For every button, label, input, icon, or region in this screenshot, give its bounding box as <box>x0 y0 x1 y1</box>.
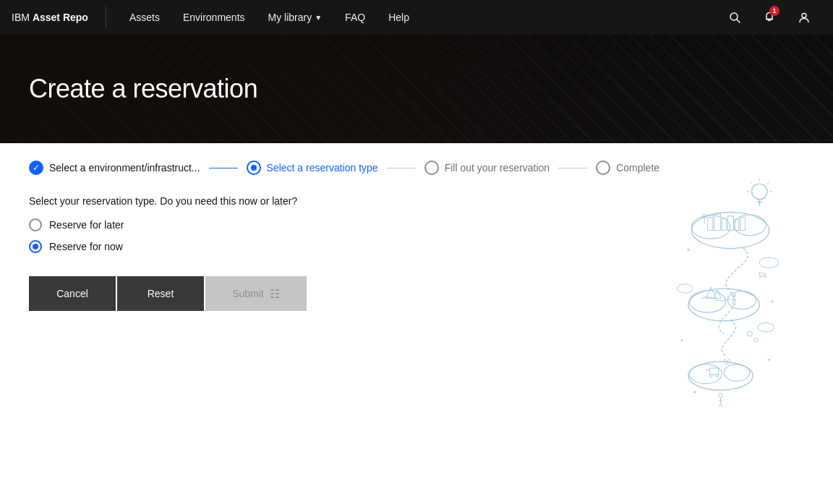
decorative-illustration <box>651 172 810 418</box>
svg-point-40 <box>724 364 750 381</box>
svg-rect-41 <box>709 368 719 375</box>
svg-rect-19 <box>735 219 738 230</box>
svg-point-25 <box>688 289 759 321</box>
main-content: ✓ Select a environment/infrastruct... Se… <box>0 143 833 504</box>
user-icon <box>798 12 810 23</box>
svg-point-47 <box>681 339 683 341</box>
svg-line-58 <box>721 403 723 406</box>
svg-point-52 <box>758 323 774 332</box>
step-3-circle <box>424 161 439 175</box>
nav-links: Assets Environments My library ▼ FAQ Hel… <box>118 0 717 35</box>
svg-point-36 <box>747 331 752 336</box>
step-2[interactable]: Select a reservation type <box>238 161 387 175</box>
svg-point-50 <box>759 257 779 268</box>
svg-line-9 <box>750 181 752 184</box>
svg-point-49 <box>693 391 696 393</box>
option-now[interactable]: Reserve for now <box>29 240 593 253</box>
brand-logo[interactable]: IBM Asset Repo <box>12 12 106 23</box>
step-1-circle: ✓ <box>29 161 43 175</box>
navbar: IBM Asset Repo Assets Environments My li… <box>0 0 833 35</box>
svg-point-3 <box>802 14 806 18</box>
radio-later[interactable] <box>29 218 42 231</box>
step-connector-1 <box>209 168 238 168</box>
svg-point-39 <box>690 364 722 384</box>
user-profile-button[interactable] <box>787 0 821 35</box>
navbar-icons: 1 <box>717 0 821 35</box>
svg-point-53 <box>719 393 722 397</box>
check-icon: ✓ <box>33 163 40 172</box>
svg-point-4 <box>752 184 767 199</box>
nav-help[interactable]: Help <box>377 0 421 35</box>
svg-point-45 <box>688 249 690 251</box>
cancel-button[interactable]: Cancel <box>29 276 116 311</box>
svg-rect-18 <box>727 216 733 231</box>
svg-point-48 <box>768 359 770 361</box>
nav-faq[interactable]: FAQ <box>333 0 377 35</box>
ibm-text: IBM <box>12 12 30 23</box>
stepper: ✓ Select a environment/infrastruct... Se… <box>29 161 593 175</box>
action-buttons: Cancel Reset Submit ☷ <box>29 276 593 311</box>
svg-point-14 <box>733 215 766 236</box>
step-connector-2 <box>387 168 416 168</box>
step-3-label: Fill out your reservation <box>445 162 550 174</box>
nav-assets[interactable]: Assets <box>118 0 171 35</box>
form-area: ✓ Select a environment/infrastruct... Se… <box>0 143 622 504</box>
hero-title: Create a reservation <box>0 74 286 104</box>
svg-rect-17 <box>722 218 726 230</box>
step-2-circle <box>247 161 261 175</box>
hero-section: Create a reservation <box>0 35 833 143</box>
step-connector-3 <box>558 168 587 168</box>
option-later-label: Reserve for later <box>49 219 124 231</box>
reset-button[interactable]: Reset <box>117 276 204 311</box>
svg-rect-20 <box>740 218 745 231</box>
svg-line-34 <box>732 302 734 304</box>
step-1[interactable]: ✓ Select a environment/infrastruct... <box>29 161 209 175</box>
step-4-circle <box>596 161 610 175</box>
chevron-down-icon: ▼ <box>315 14 322 22</box>
search-button[interactable] <box>717 0 752 35</box>
reservation-type-group: Reserve for later Reserve for now <box>29 218 593 253</box>
submit-icon: ☷ <box>270 287 280 301</box>
svg-point-42 <box>709 375 712 377</box>
svg-point-38 <box>688 362 753 390</box>
svg-point-37 <box>754 338 758 342</box>
submit-button[interactable]: Submit ☷ <box>205 276 307 311</box>
nav-environments[interactable]: Environments <box>171 0 257 35</box>
notifications-button[interactable]: 1 <box>752 0 787 35</box>
notification-count: 1 <box>769 6 779 16</box>
form-question: Select your reservation type. Do you nee… <box>29 195 593 207</box>
radio-now[interactable] <box>29 240 42 253</box>
svg-point-51 <box>678 284 693 294</box>
step-1-label: Select a environment/infrastruct... <box>49 162 200 174</box>
svg-point-46 <box>772 301 774 303</box>
step-2-label: Select a reservation type <box>267 162 378 174</box>
asset-repo-text: Asset Repo <box>33 12 88 23</box>
illustration-area <box>622 143 833 504</box>
submit-label: Submit <box>232 288 264 299</box>
stepper-wrapper: ✓ Select a environment/infrastruct... Se… <box>29 161 593 175</box>
nav-divider <box>106 6 106 29</box>
step-3[interactable]: Fill out your reservation <box>416 161 559 175</box>
svg-line-57 <box>719 403 721 406</box>
search-icon <box>729 12 740 23</box>
svg-rect-15 <box>708 218 713 231</box>
svg-line-8 <box>767 181 769 184</box>
svg-point-43 <box>716 375 719 377</box>
option-now-label: Reserve for now <box>49 241 123 252</box>
svg-line-1 <box>737 20 740 22</box>
option-later[interactable]: Reserve for later <box>29 218 593 231</box>
nav-my-library[interactable]: My library ▼ <box>257 0 334 35</box>
